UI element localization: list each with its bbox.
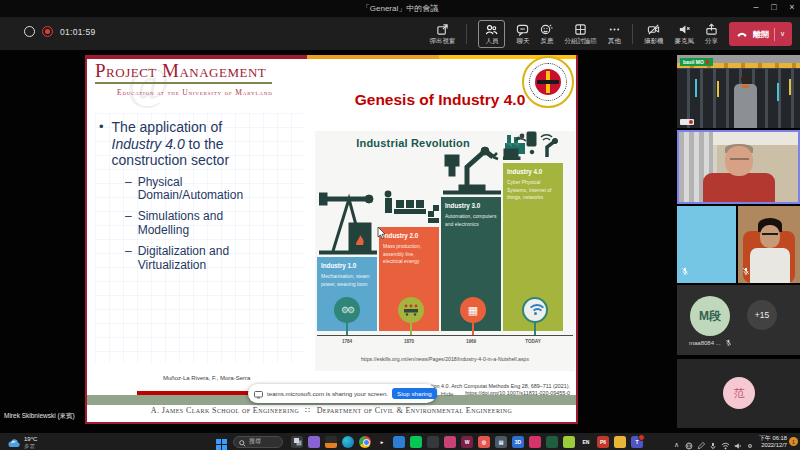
- taskbar-app-chrome[interactable]: [359, 436, 371, 448]
- bullet-glyph: •: [99, 119, 104, 169]
- system-tray[interactable]: ∧: [674, 436, 754, 450]
- popout-button[interactable]: 彈出視窗: [429, 23, 455, 46]
- recording-indicator: 01:01:59: [24, 26, 96, 37]
- slide-bullet-list: • The application of Industry 4.0 to the…: [99, 119, 274, 272]
- screen-share-bar: teams.microsoft.com is sharing your scre…: [248, 384, 436, 403]
- wifi-tray-icon: [721, 436, 730, 450]
- maximize-button[interactable]: □: [766, 2, 782, 12]
- meeting-toolbar: 01:01:59 彈出視窗 人員 聊天 反應 分組討論區: [0, 17, 800, 50]
- mic-button[interactable]: 麥克風: [674, 23, 694, 46]
- sub-bullet-item: –Simulations and Modelling: [125, 210, 274, 238]
- overflow-participants-badge[interactable]: +15: [747, 300, 777, 330]
- participant-avatar-tile[interactable]: 范: [677, 359, 800, 428]
- popout-icon: [436, 23, 449, 36]
- people-button[interactable]: 人員: [478, 20, 505, 48]
- search-box[interactable]: 搜尋: [233, 436, 283, 448]
- taskbar-app-widgets[interactable]: [325, 436, 337, 448]
- taskbar-app-primavera-p6[interactable]: P6: [597, 436, 609, 448]
- reactions-button[interactable]: 反應: [540, 23, 553, 46]
- leave-button[interactable]: 離開 ∨: [729, 22, 792, 46]
- mic-off-icon: [678, 23, 691, 36]
- taskbar-app-app-dark[interactable]: [427, 436, 439, 448]
- taskbar-app-viewer-3d[interactable]: 3D: [512, 436, 524, 448]
- timeline-year: 1969: [441, 339, 501, 344]
- taskbar-app-app-green[interactable]: [563, 436, 575, 448]
- participant-video-bluescreen[interactable]: [677, 206, 736, 283]
- taskbar-app-app-w[interactable]: W: [461, 436, 473, 448]
- toolbar-divider: [632, 24, 633, 44]
- cloud-icon: [8, 434, 21, 450]
- chat-icon: [516, 23, 529, 36]
- taskbar-app-folder[interactable]: [614, 436, 626, 448]
- share-button[interactable]: 分享: [705, 23, 718, 46]
- avatar: M段: [690, 296, 730, 336]
- pm-logo-title: Project Management: [95, 60, 272, 84]
- taskbar-app-app-en[interactable]: EN: [580, 436, 592, 448]
- weather-temp: 19°C: [24, 436, 37, 443]
- mic-muted-icon: [725, 339, 732, 347]
- taskbar-app-line[interactable]: [410, 436, 422, 448]
- leave-options-chevron-icon[interactable]: ∨: [780, 30, 785, 38]
- timeline-year: TODAY: [503, 339, 563, 344]
- taskbar-clock[interactable]: 下午 06:18 2022/12/7: [759, 435, 787, 449]
- timeline-axis: [317, 335, 573, 336]
- breakout-rooms-button[interactable]: 分組討論區: [564, 23, 597, 46]
- mic-muted-icon: [742, 261, 750, 279]
- reference-citation-left: Muñoz-La Rivera, F., Mora-Serra: [163, 375, 250, 381]
- network-icon: [685, 436, 693, 450]
- taskbar-app-app-green-dark[interactable]: [546, 436, 558, 448]
- start-button[interactable]: [216, 436, 227, 450]
- corner-logo: [680, 119, 694, 125]
- footer-grid-icon: ∷: [305, 406, 311, 415]
- camera-off-icon: [647, 23, 660, 36]
- taskbar-app-chat[interactable]: [308, 436, 320, 448]
- taskbar-app-calculator[interactable]: ▤: [495, 436, 507, 448]
- taskbar-app-clipchamp[interactable]: [444, 436, 456, 448]
- speaker-tray-icon: [734, 436, 742, 450]
- participant-video-office[interactable]: [738, 206, 800, 283]
- taskbar-app-teams[interactable]: T: [631, 436, 643, 448]
- robot-arm-icon: [443, 137, 501, 199]
- participant-avatar-tile[interactable]: M段 +15 maa8084 ...: [677, 285, 800, 355]
- slide-title: Genesis of Industry 4.0: [309, 91, 571, 109]
- taskbar-app-app-red[interactable]: ▸: [376, 436, 388, 448]
- search-icon: [239, 433, 246, 450]
- share-bar-message: teams.microsoft.com is sharing your scre…: [267, 390, 388, 397]
- pm-logo-subtitle: Education at the University of Maryland: [117, 88, 273, 97]
- minimize-button[interactable]: –: [748, 2, 764, 12]
- infographic-source-url: https://eskills.org.mt/en/news/Pages/201…: [315, 356, 575, 362]
- participant-video-speaking[interactable]: [677, 130, 800, 204]
- more-button[interactable]: 其他: [608, 23, 621, 46]
- taskbar-apps: ▸W◎▤3DENP6T: [291, 436, 643, 448]
- taskbar-app-app-pink[interactable]: [529, 436, 541, 448]
- record-icon: [42, 26, 53, 37]
- participant-video-serverroom[interactable]: basil MO: [677, 55, 800, 128]
- chip-icon: ▦: [460, 297, 486, 323]
- taskbar-app-task-view[interactable]: [291, 436, 303, 448]
- sub-bullet-item: –Physical Domain/Automation: [125, 176, 274, 204]
- touch-tray-icon: [746, 436, 754, 450]
- taskbar-app-app-target[interactable]: ◎: [478, 436, 490, 448]
- stop-sharing-button[interactable]: Stop sharing: [392, 388, 437, 399]
- industrial-revolution-infographic: Industrial Revolution: [315, 131, 575, 371]
- meeting-stage: @ Project Management Education at the Un…: [0, 50, 800, 433]
- monitor-icon: [254, 385, 263, 403]
- timeline-year: 1870: [379, 339, 439, 344]
- logo-flag-icon: [706, 59, 710, 65]
- sub-bullet-item: –Digitalization and Virtualization: [125, 245, 274, 273]
- tray-chevron-icon[interactable]: ∧: [674, 441, 679, 449]
- hide-share-bar-button[interactable]: Hide: [441, 390, 454, 397]
- weather-widget[interactable]: 19°C 多雲: [8, 434, 37, 450]
- steam-engine-icon: [319, 185, 377, 259]
- taskbar-app-app-blue[interactable]: [393, 436, 405, 448]
- notification-badge[interactable]: 1: [789, 437, 798, 446]
- slide-footer: A. James Clark School of Engineering∷Dep…: [87, 406, 576, 415]
- chat-button[interactable]: 聊天: [516, 23, 529, 46]
- taskbar-app-edge[interactable]: [342, 436, 354, 448]
- stop-recording-icon[interactable]: [24, 26, 35, 37]
- close-button[interactable]: ×: [784, 2, 800, 12]
- windows-taskbar: 19°C 多雲 搜尋 ▸W◎▤3DENP6T ∧ 下午 06:18 2022/1…: [0, 433, 800, 450]
- reactions-icon: [540, 23, 553, 36]
- camera-button[interactable]: 攝影機: [644, 23, 664, 46]
- presenter-name-label: Mirek Skibniewski (來賓): [4, 412, 75, 421]
